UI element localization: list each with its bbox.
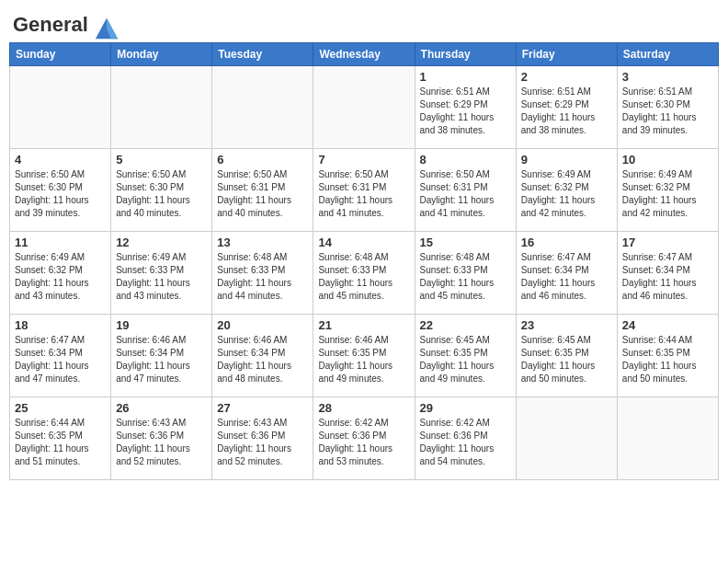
day-number: 22 [420,318,511,332]
day-info: Sunrise: 6:43 AMSunset: 6:36 PMDaylight:… [116,417,207,468]
week-row-2: 4Sunrise: 6:50 AMSunset: 6:30 PMDaylight… [10,148,719,231]
week-row-4: 18Sunrise: 6:47 AMSunset: 6:34 PMDayligh… [10,314,719,396]
day-number: 27 [217,401,308,415]
logo-icon [94,15,119,40]
calendar-cell: 9Sunrise: 6:49 AMSunset: 6:32 PMDaylight… [516,148,617,231]
day-number: 25 [15,401,106,415]
day-number: 26 [116,401,207,415]
calendar-cell [212,65,313,148]
day-info: Sunrise: 6:45 AMSunset: 6:35 PMDaylight:… [420,334,511,385]
calendar-cell [617,396,718,479]
calendar-cell: 28Sunrise: 6:42 AMSunset: 6:36 PMDayligh… [313,396,415,479]
calendar-cell: 22Sunrise: 6:45 AMSunset: 6:35 PMDayligh… [415,314,516,396]
calendar-cell: 10Sunrise: 6:49 AMSunset: 6:32 PMDayligh… [617,148,718,231]
calendar-cell [111,65,212,148]
weekday-header-row: SundayMondayTuesdayWednesdayThursdayFrid… [10,42,719,65]
day-number: 7 [318,153,409,167]
day-number: 19 [116,318,207,332]
day-number: 20 [217,318,308,332]
day-number: 2 [521,70,612,84]
day-info: Sunrise: 6:50 AMSunset: 6:30 PMDaylight:… [116,168,207,220]
day-info: Sunrise: 6:50 AMSunset: 6:31 PMDaylight:… [318,168,409,220]
calendar-cell: 5Sunrise: 6:50 AMSunset: 6:30 PMDaylight… [111,148,212,231]
day-info: Sunrise: 6:46 AMSunset: 6:35 PMDaylight:… [318,334,409,385]
day-info: Sunrise: 6:48 AMSunset: 6:33 PMDaylight:… [420,251,511,303]
calendar-cell: 4Sunrise: 6:50 AMSunset: 6:30 PMDaylight… [10,148,111,231]
calendar-cell: 16Sunrise: 6:47 AMSunset: 6:34 PMDayligh… [516,231,617,314]
weekday-header-monday: Monday [111,42,212,65]
day-info: Sunrise: 6:47 AMSunset: 6:34 PMDaylight:… [15,334,106,385]
calendar-cell: 17Sunrise: 6:47 AMSunset: 6:34 PMDayligh… [617,231,718,314]
day-info: Sunrise: 6:51 AMSunset: 6:29 PMDaylight:… [420,86,511,137]
calendar-table: SundayMondayTuesdayWednesdayThursdayFrid… [9,42,719,480]
logo: General [13,13,119,37]
calendar-cell [516,396,617,479]
day-info: Sunrise: 6:49 AMSunset: 6:33 PMDaylight:… [116,251,207,303]
logo-text: General [13,13,119,40]
calendar-cell: 14Sunrise: 6:48 AMSunset: 6:33 PMDayligh… [313,231,415,314]
calendar-cell [10,65,111,148]
calendar-cell: 20Sunrise: 6:46 AMSunset: 6:34 PMDayligh… [212,314,313,396]
calendar-cell: 15Sunrise: 6:48 AMSunset: 6:33 PMDayligh… [415,231,516,314]
day-info: Sunrise: 6:49 AMSunset: 6:32 PMDaylight:… [15,251,106,303]
day-info: Sunrise: 6:51 AMSunset: 6:29 PMDaylight:… [521,86,612,137]
day-info: Sunrise: 6:48 AMSunset: 6:33 PMDaylight:… [217,251,308,303]
calendar-cell: 25Sunrise: 6:44 AMSunset: 6:35 PMDayligh… [10,396,111,479]
day-number: 14 [318,236,409,249]
day-info: Sunrise: 6:49 AMSunset: 6:32 PMDaylight:… [622,168,713,220]
day-number: 23 [521,318,612,332]
day-number: 18 [15,318,106,332]
calendar-cell: 1Sunrise: 6:51 AMSunset: 6:29 PMDaylight… [415,65,516,148]
calendar-cell: 29Sunrise: 6:42 AMSunset: 6:36 PMDayligh… [415,396,516,479]
week-row-1: 1Sunrise: 6:51 AMSunset: 6:29 PMDaylight… [10,65,719,148]
page-header: General [9,9,719,37]
day-number: 21 [318,318,409,332]
day-info: Sunrise: 6:42 AMSunset: 6:36 PMDaylight:… [318,417,409,468]
weekday-header-wednesday: Wednesday [313,42,415,65]
calendar-cell [313,65,415,148]
day-number: 17 [622,236,713,249]
weekday-header-thursday: Thursday [415,42,516,65]
calendar-cell: 12Sunrise: 6:49 AMSunset: 6:33 PMDayligh… [111,231,212,314]
calendar-cell: 27Sunrise: 6:43 AMSunset: 6:36 PMDayligh… [212,396,313,479]
day-number: 28 [318,401,409,415]
day-info: Sunrise: 6:48 AMSunset: 6:33 PMDaylight:… [318,251,409,303]
calendar-cell: 18Sunrise: 6:47 AMSunset: 6:34 PMDayligh… [10,314,111,396]
calendar-cell: 23Sunrise: 6:45 AMSunset: 6:35 PMDayligh… [516,314,617,396]
day-info: Sunrise: 6:45 AMSunset: 6:35 PMDaylight:… [521,334,612,385]
day-info: Sunrise: 6:49 AMSunset: 6:32 PMDaylight:… [521,168,612,220]
day-info: Sunrise: 6:51 AMSunset: 6:30 PMDaylight:… [622,86,713,137]
day-info: Sunrise: 6:46 AMSunset: 6:34 PMDaylight:… [217,334,308,385]
calendar-cell: 7Sunrise: 6:50 AMSunset: 6:31 PMDaylight… [313,148,415,231]
day-info: Sunrise: 6:43 AMSunset: 6:36 PMDaylight:… [217,417,308,468]
calendar-cell: 3Sunrise: 6:51 AMSunset: 6:30 PMDaylight… [617,65,718,148]
calendar-cell: 13Sunrise: 6:48 AMSunset: 6:33 PMDayligh… [212,231,313,314]
calendar-cell: 8Sunrise: 6:50 AMSunset: 6:31 PMDaylight… [415,148,516,231]
day-info: Sunrise: 6:50 AMSunset: 6:30 PMDaylight:… [15,168,106,220]
day-number: 24 [622,318,713,332]
day-info: Sunrise: 6:44 AMSunset: 6:35 PMDaylight:… [15,417,106,468]
day-number: 6 [217,153,308,167]
day-number: 1 [420,70,511,84]
calendar-cell: 6Sunrise: 6:50 AMSunset: 6:31 PMDaylight… [212,148,313,231]
day-info: Sunrise: 6:50 AMSunset: 6:31 PMDaylight:… [217,168,308,220]
day-number: 11 [15,236,106,249]
weekday-header-friday: Friday [516,42,617,65]
day-number: 9 [521,153,612,167]
day-info: Sunrise: 6:44 AMSunset: 6:35 PMDaylight:… [622,334,713,385]
day-info: Sunrise: 6:47 AMSunset: 6:34 PMDaylight:… [622,251,713,303]
day-number: 4 [15,153,106,167]
day-number: 5 [116,153,207,167]
weekday-header-sunday: Sunday [10,42,111,65]
calendar-cell: 24Sunrise: 6:44 AMSunset: 6:35 PMDayligh… [617,314,718,396]
day-number: 12 [116,236,207,249]
day-number: 15 [420,236,511,249]
day-number: 13 [217,236,308,249]
weekday-header-tuesday: Tuesday [212,42,313,65]
day-info: Sunrise: 6:47 AMSunset: 6:34 PMDaylight:… [521,251,612,303]
day-info: Sunrise: 6:50 AMSunset: 6:31 PMDaylight:… [420,168,511,220]
day-number: 29 [420,401,511,415]
calendar-cell: 26Sunrise: 6:43 AMSunset: 6:36 PMDayligh… [111,396,212,479]
calendar-cell: 19Sunrise: 6:46 AMSunset: 6:34 PMDayligh… [111,314,212,396]
calendar-cell: 11Sunrise: 6:49 AMSunset: 6:32 PMDayligh… [10,231,111,314]
